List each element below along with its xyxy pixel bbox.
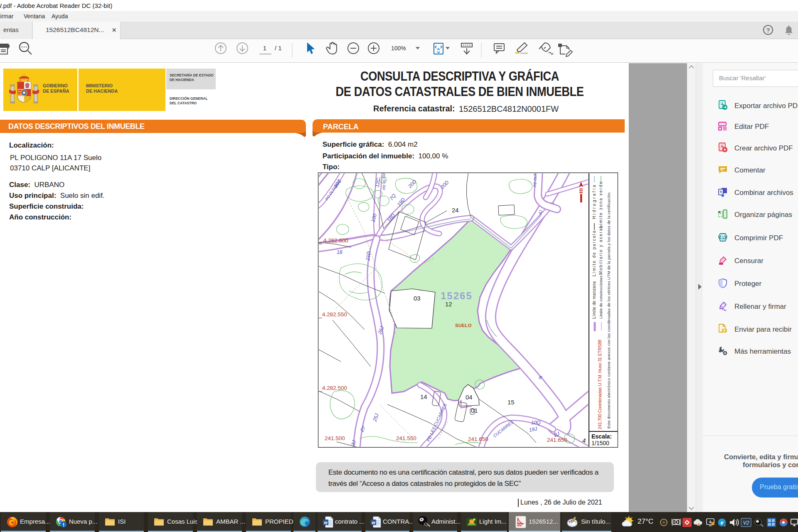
- svg-text:1: 1: [263, 44, 266, 52]
- svg-text:15265: 15265: [441, 290, 473, 301]
- svg-text:Escala:: Escala:: [591, 433, 612, 440]
- svg-text:4.282.500: 4.282.500: [322, 385, 347, 391]
- svg-text:Límite de manzana: Límite de manzana: [592, 281, 596, 319]
- svg-text:!: !: [698, 523, 699, 525]
- svg-text:PD OLTAM: PD OLTAM: [382, 172, 386, 190]
- svg-text:Límite de parcela: Límite de parcela: [592, 231, 596, 276]
- svg-text:1/1500: 1/1500: [591, 440, 609, 446]
- svg-text:18: 18: [337, 249, 342, 255]
- svg-text:241.650: 241.650: [468, 436, 488, 442]
- svg-text:?: ?: [766, 27, 770, 34]
- svg-text:14: 14: [420, 393, 427, 400]
- svg-text:V2: V2: [743, 520, 749, 526]
- svg-text:w: w: [324, 520, 328, 525]
- svg-text:Límite zona verde: Límite zona verde: [598, 182, 603, 228]
- svg-text:12: 12: [445, 300, 452, 308]
- svg-text:Mobiliario y aceras: Mobiliario y aceras: [598, 226, 603, 275]
- svg-text:03: 03: [414, 295, 421, 302]
- svg-text:4.282.550: 4.282.550: [322, 311, 347, 318]
- svg-text:01: 01: [471, 407, 478, 414]
- svg-text:w: w: [372, 520, 376, 525]
- svg-text:/ 1: / 1: [275, 44, 282, 52]
- svg-text:100%: 100%: [391, 45, 406, 52]
- svg-text:241.550: 241.550: [396, 435, 416, 441]
- svg-text:04: 04: [466, 394, 473, 401]
- svg-text:15: 15: [507, 399, 515, 406]
- svg-text:241.500: 241.500: [325, 435, 345, 441]
- svg-text:21D: 21D: [365, 251, 372, 261]
- svg-text:Límite de construcciones: Límite de construcciones: [599, 276, 603, 319]
- svg-text:10Q: 10Q: [531, 420, 541, 426]
- svg-text:4.282.600: 4.282.600: [323, 237, 348, 244]
- svg-text:241.700 Coordenadas U.T.M. Hus: 241.700 Coordenadas U.T.M. Huso 31 ETRS8…: [597, 340, 602, 429]
- svg-text:24: 24: [452, 207, 459, 214]
- svg-text:241.650: 241.650: [547, 437, 567, 443]
- svg-text:PDF: PDF: [517, 523, 522, 526]
- svg-text:Hidrografía: Hidrografía: [592, 185, 596, 219]
- svg-text:Este documento electrónico con: Este documento electrónico contiene anex…: [606, 192, 611, 429]
- svg-text:4: 4: [582, 437, 586, 444]
- svg-text:SUELO: SUELO: [455, 323, 472, 328]
